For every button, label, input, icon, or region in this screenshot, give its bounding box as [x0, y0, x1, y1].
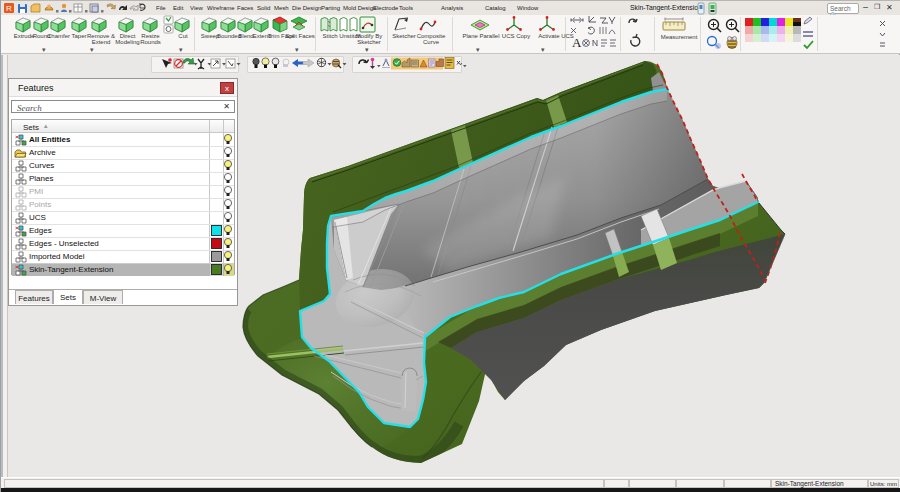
svg-text:PMI: PMI [29, 187, 43, 196]
svg-text:▾: ▾ [365, 46, 369, 53]
svg-text:Curves: Curves [29, 161, 54, 170]
svg-text:Edges - Unselected: Edges - Unselected [29, 239, 99, 248]
svg-text:Imported Model: Imported Model [29, 252, 85, 261]
svg-text:All Entities: All Entities [29, 135, 71, 144]
svg-text:▾: ▾ [541, 46, 545, 53]
svg-text:Skin-Tangent-Extension: Skin-Tangent-Extension [29, 265, 114, 274]
svg-text:▾: ▾ [295, 46, 299, 53]
svg-text:Planes: Planes [29, 174, 53, 183]
svg-text:R: R [6, 4, 12, 13]
svg-text:Archive: Archive [29, 148, 56, 157]
svg-text:UCS: UCS [29, 213, 46, 222]
svg-text:Points: Points [29, 200, 51, 209]
svg-text:▾: ▾ [179, 46, 183, 53]
svg-text:▾: ▾ [90, 46, 94, 53]
svg-text:▾: ▾ [476, 46, 480, 53]
svg-text:▾: ▾ [42, 46, 46, 53]
svg-text:Edges: Edges [29, 226, 52, 235]
